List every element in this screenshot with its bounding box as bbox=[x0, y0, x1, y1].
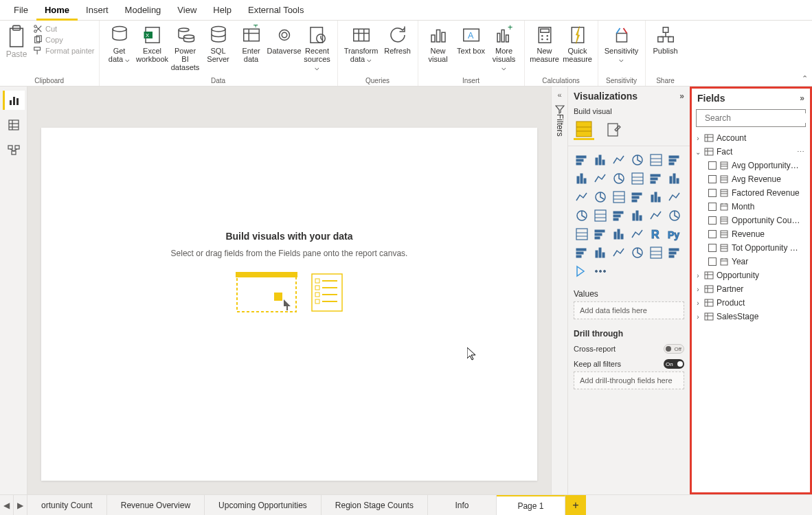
build-visual-tab[interactable] bbox=[574, 119, 594, 140]
field-table-account[interactable]: ›Account bbox=[692, 131, 810, 145]
publish-button[interactable]: Publish bbox=[650, 23, 681, 66]
report-view-button[interactable] bbox=[3, 91, 25, 110]
pbi-datasets-button[interactable]: Power BI datasets bbox=[170, 23, 201, 73]
field-column[interactable]: Opportunity Cou… bbox=[692, 214, 810, 227]
field-checkbox[interactable] bbox=[708, 230, 717, 238]
drill-through-well[interactable]: Add drill-through fields here bbox=[574, 371, 684, 389]
recent-sources-button[interactable]: Recent sources ⌵ bbox=[302, 23, 333, 73]
tab-home[interactable]: Home bbox=[36, 0, 78, 21]
field-table-partner[interactable]: ›Partner bbox=[692, 282, 810, 296]
new-visual-button[interactable]: New visual bbox=[422, 23, 454, 66]
viz-smart-narrative[interactable] bbox=[629, 244, 646, 261]
viz-waterfall[interactable] bbox=[574, 189, 590, 205]
viz-azure-map[interactable] bbox=[611, 207, 627, 224]
field-checkbox[interactable] bbox=[708, 216, 717, 225]
sql-server-button[interactable]: SQL Server bbox=[203, 23, 234, 66]
field-checkbox[interactable] bbox=[708, 189, 717, 197]
field-table-product[interactable]: ›Product bbox=[692, 296, 810, 310]
excel-button[interactable]: XExcel workbook bbox=[137, 23, 168, 66]
viz-stacked-bar-100[interactable] bbox=[648, 152, 664, 168]
page-tab[interactable]: Revenue Overview bbox=[107, 495, 205, 515]
field-checkbox[interactable] bbox=[708, 244, 717, 252]
viz-donut[interactable] bbox=[648, 189, 664, 205]
refresh-button[interactable]: Refresh bbox=[382, 23, 414, 66]
data-view-button[interactable] bbox=[3, 115, 25, 135]
field-column[interactable]: Factored Revenue bbox=[692, 186, 810, 200]
viz-kpi[interactable] bbox=[574, 226, 590, 242]
viz-treemap[interactable] bbox=[666, 189, 683, 205]
page-next-button[interactable]: ▶ bbox=[14, 495, 27, 515]
viz-stacked-area[interactable] bbox=[611, 170, 627, 187]
viz-stacked-column-100[interactable] bbox=[666, 152, 683, 168]
viz-ribbon[interactable] bbox=[666, 170, 683, 187]
viz-pie[interactable] bbox=[629, 189, 646, 205]
field-checkbox[interactable] bbox=[708, 161, 717, 170]
field-checkbox[interactable] bbox=[708, 175, 717, 183]
viz-decomposition[interactable] bbox=[611, 244, 627, 261]
tab-help[interactable]: Help bbox=[205, 0, 240, 21]
page-tab[interactable]: Info bbox=[428, 495, 497, 515]
viz-power-automate[interactable] bbox=[574, 263, 590, 279]
field-column[interactable]: Revenue bbox=[692, 227, 810, 241]
field-checkbox[interactable] bbox=[708, 203, 717, 211]
cross-report-toggle[interactable]: Off bbox=[664, 344, 684, 354]
page-tab[interactable]: Region Stage Counts bbox=[322, 495, 428, 515]
format-visual-tab[interactable] bbox=[604, 119, 624, 140]
viz-filled-map[interactable] bbox=[592, 207, 609, 224]
tab-external-tools[interactable]: External Tools bbox=[240, 0, 312, 21]
cut-button[interactable]: Cut bbox=[33, 23, 95, 34]
viz-slicer[interactable] bbox=[592, 226, 609, 242]
copy-button[interactable]: Copy bbox=[33, 34, 95, 45]
quick-measure-button[interactable]: Quick measure bbox=[562, 23, 594, 66]
new-measure-button[interactable]: New measure bbox=[529, 23, 561, 66]
viz-funnel[interactable] bbox=[592, 189, 609, 205]
viz-card[interactable] bbox=[648, 207, 664, 224]
viz-power-apps[interactable] bbox=[666, 244, 683, 261]
enter-data-button[interactable]: +Enter data bbox=[236, 23, 267, 66]
viz-line[interactable] bbox=[574, 170, 590, 187]
collapse-viz-button[interactable]: » bbox=[679, 91, 684, 101]
field-table-fact[interactable]: ⌄Fact⋯ bbox=[692, 145, 810, 159]
page-prev-button[interactable]: ◀ bbox=[0, 495, 14, 515]
report-canvas[interactable]: Build visuals with your data Select or d… bbox=[41, 128, 537, 481]
sensitivity-button[interactable]: Sensitivity⌵ bbox=[602, 23, 641, 66]
viz-paginated[interactable] bbox=[648, 244, 664, 261]
viz-multi-card[interactable] bbox=[666, 207, 683, 224]
model-view-button[interactable] bbox=[3, 140, 25, 159]
viz-r-visual[interactable]: R bbox=[648, 226, 664, 242]
get-data-button[interactable]: Get data ⌵ bbox=[104, 23, 135, 66]
tab-insert[interactable]: Insert bbox=[78, 0, 117, 21]
filters-pane-collapsed[interactable]: « Filters bbox=[551, 87, 567, 494]
page-tab[interactable]: Page 1 bbox=[497, 495, 565, 515]
dataverse-button[interactable]: Dataverse bbox=[269, 23, 300, 66]
page-tab[interactable]: Upcoming Opportunities bbox=[205, 495, 322, 515]
fields-search-input[interactable] bbox=[705, 113, 808, 123]
viz-qna[interactable] bbox=[592, 244, 609, 261]
viz-more[interactable] bbox=[592, 263, 609, 279]
viz-stacked-bar[interactable] bbox=[574, 152, 590, 168]
viz-gauge[interactable] bbox=[629, 207, 646, 224]
fields-search[interactable] bbox=[696, 109, 806, 127]
transform-data-button[interactable]: Transform data ⌵ bbox=[342, 23, 381, 66]
viz-line-column[interactable] bbox=[629, 170, 646, 187]
viz-stacked-column[interactable] bbox=[611, 152, 627, 168]
text-box-button[interactable]: AText box bbox=[455, 23, 487, 66]
field-column[interactable]: Avg Revenue bbox=[692, 172, 810, 186]
field-table-opportunity[interactable]: ›Opportunity bbox=[692, 268, 810, 282]
viz-key-influencers[interactable] bbox=[574, 244, 590, 261]
paste-button[interactable]: Paste bbox=[4, 23, 29, 60]
viz-area[interactable] bbox=[592, 170, 609, 187]
viz-map[interactable] bbox=[574, 207, 590, 224]
collapse-fields-button[interactable]: » bbox=[800, 93, 804, 103]
field-column[interactable]: Month bbox=[692, 200, 810, 214]
field-checkbox[interactable] bbox=[708, 258, 717, 266]
field-table-salesstage[interactable]: ›SalesStage bbox=[692, 310, 810, 323]
field-column[interactable]: Year bbox=[692, 255, 810, 268]
more-visuals-button[interactable]: +More visuals ⌵ bbox=[488, 23, 520, 73]
viz-table[interactable] bbox=[611, 226, 627, 242]
viz-matrix[interactable] bbox=[629, 226, 646, 242]
tab-file[interactable]: File bbox=[5, 0, 36, 21]
viz-clustered-column[interactable] bbox=[629, 152, 646, 168]
tab-view[interactable]: View bbox=[169, 0, 205, 21]
add-page-button[interactable]: + bbox=[565, 495, 586, 515]
